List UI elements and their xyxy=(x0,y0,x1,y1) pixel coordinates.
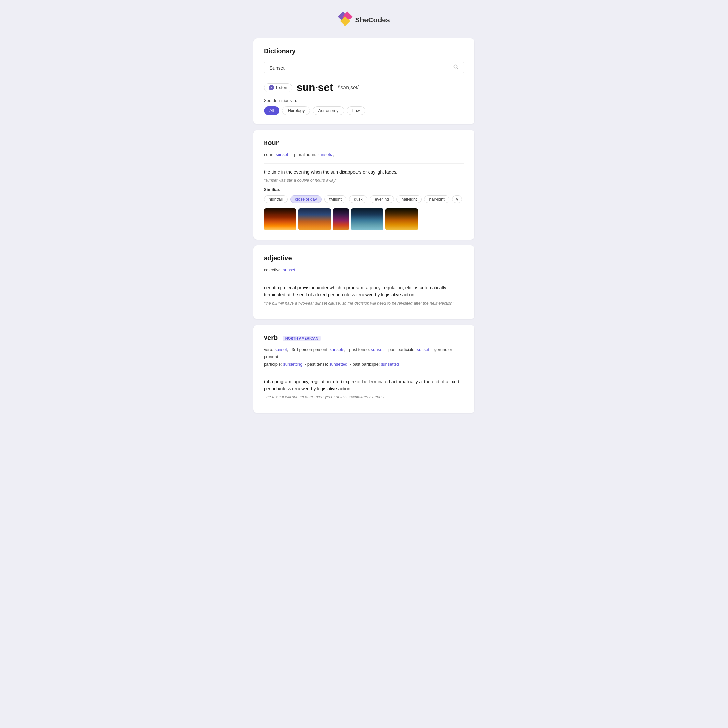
sunset-image-1 xyxy=(264,208,297,231)
sunset-images xyxy=(264,208,464,231)
search-input[interactable] xyxy=(269,65,453,70)
search-icon xyxy=(453,64,459,70)
noun-definition: the time in the evening when the sun dis… xyxy=(264,168,464,176)
sim-tag-nightfall[interactable]: nightfall xyxy=(264,195,288,203)
word-display: sun·set xyxy=(297,81,333,93)
sim-tag-halflight2[interactable]: half-light xyxy=(424,195,449,203)
sim-tag-halflight1[interactable]: half-light xyxy=(396,195,422,203)
noun-card: noun noun: sunset ; - plural noun: sunse… xyxy=(254,130,474,240)
verb-link-sunsets[interactable]: sunsets xyxy=(330,347,344,352)
word-header: ♪ Listen sun·set /ˈsənˌset/ xyxy=(264,81,464,93)
adjective-example: "the bill will have a two-year sunset cl… xyxy=(264,301,464,306)
verb-definition: (of a program, agency, regulation, etc.)… xyxy=(264,378,464,393)
noun-word2[interactable]: sunsets xyxy=(318,152,332,157)
sunset-image-2 xyxy=(298,208,331,231)
noun-word1[interactable]: sunset xyxy=(275,152,288,157)
listen-button[interactable]: ♪ Listen xyxy=(264,83,292,92)
noun-forms: noun: sunset ; - plural noun: sunsets ; xyxy=(264,151,464,158)
tab-horology[interactable]: Horology xyxy=(282,106,310,115)
verb-pos-label: verb xyxy=(264,334,278,341)
divider xyxy=(264,164,464,164)
adjective-forms: adjective: sunset ; xyxy=(264,266,464,274)
category-tabs: All Horology Astronomy Law xyxy=(264,106,464,115)
adj-word[interactable]: sunset xyxy=(283,268,295,272)
verb-link-sunset2[interactable]: sunset xyxy=(371,347,384,352)
listen-label: Listen xyxy=(276,85,287,90)
verb-forms-text: verb: sunset; - 3rd person present: suns… xyxy=(264,347,453,366)
noun-prefix1: noun: xyxy=(264,152,275,157)
similar-label: Similiar: xyxy=(264,187,464,192)
sim-tag-evening[interactable]: evening xyxy=(370,195,394,203)
svg-line-1 xyxy=(457,68,458,69)
dictionary-title: Dictionary xyxy=(264,47,464,55)
logo-icon xyxy=(338,13,352,27)
verb-forms: verb: sunset; - 3rd person present: suns… xyxy=(264,346,464,367)
search-button[interactable] xyxy=(453,64,459,71)
tab-astronomy[interactable]: Astronomy xyxy=(313,106,344,115)
see-definitions-label: See definitions in: xyxy=(264,98,464,103)
adj-end: ; xyxy=(297,268,298,272)
logo-text: SheCodes xyxy=(355,16,390,24)
sunset-image-3 xyxy=(333,208,349,231)
verb-link-sunset[interactable]: sunset xyxy=(275,347,287,352)
verb-link-sunset3[interactable]: sunset xyxy=(417,347,429,352)
verb-divider xyxy=(264,373,464,373)
sunset-image-5 xyxy=(385,208,418,231)
tab-all[interactable]: All xyxy=(264,106,280,115)
search-bar xyxy=(264,61,464,75)
sunset-image-4 xyxy=(351,208,384,231)
verb-pos-title: verb NORTH AMERICAN xyxy=(264,334,464,341)
tab-law[interactable]: Law xyxy=(347,106,366,115)
word-phonetic: /ˈsənˌset/ xyxy=(338,84,359,91)
verb-card: verb NORTH AMERICAN verb: sunset; - 3rd … xyxy=(254,325,474,413)
sim-tag-twilight[interactable]: twilight xyxy=(324,195,346,203)
noun-pos-title: noun xyxy=(264,139,464,147)
noun-sep1: ; - plural noun: xyxy=(289,152,316,157)
verb-badge: NORTH AMERICAN xyxy=(283,336,321,341)
noun-forms-end: ; xyxy=(333,152,335,157)
verb-link-sunsetted2[interactable]: sunsetted xyxy=(381,362,399,367)
logo: SheCodes xyxy=(338,13,390,27)
adjective-pos-title: adjective xyxy=(264,254,464,262)
dictionary-card: Dictionary ♪ Listen sun·set /ˈsənˌset/ S… xyxy=(254,38,474,124)
adjective-card: adjective adjective: sunset ; denoting a… xyxy=(254,245,474,319)
adjective-definition: denoting a legal provision under which a… xyxy=(264,284,464,299)
adj-divider xyxy=(264,279,464,280)
sim-tag-dusk[interactable]: dusk xyxy=(349,195,367,203)
similar-tags: nightfall close of day twilight dusk eve… xyxy=(264,195,464,203)
speaker-icon: ♪ xyxy=(269,85,274,90)
verb-link-sunsetted[interactable]: sunsetted xyxy=(329,362,347,367)
verb-example: "the tax cut will sunset after three yea… xyxy=(264,395,464,399)
adj-prefix: adjective: xyxy=(264,268,282,272)
header: SheCodes xyxy=(254,13,474,29)
noun-example: "sunset was still a couple of hours away… xyxy=(264,178,464,183)
sim-tag-closeofday[interactable]: close of day xyxy=(290,195,322,203)
more-tags-button[interactable]: ∨ xyxy=(452,195,462,203)
verb-link-sunsetting[interactable]: sunsetting xyxy=(283,362,302,367)
